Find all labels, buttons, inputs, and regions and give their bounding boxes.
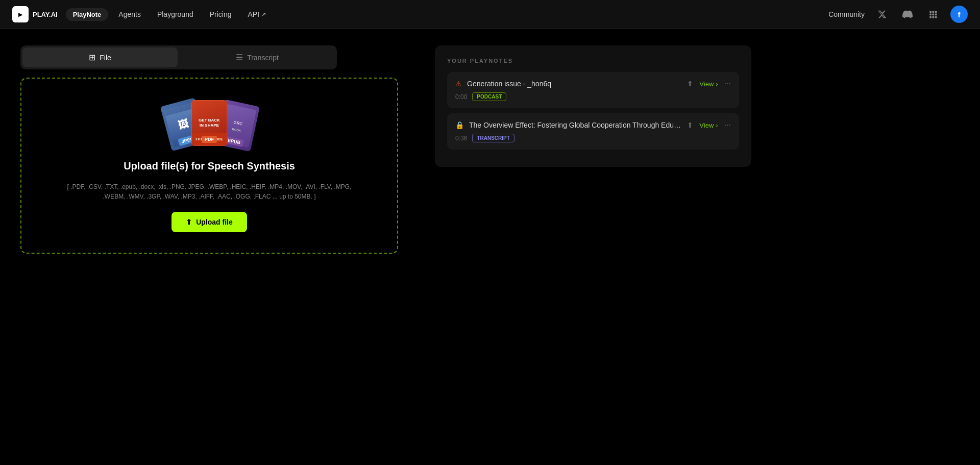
view-button-2[interactable]: View › xyxy=(699,121,718,129)
svg-rect-2 xyxy=(935,11,937,13)
playnote-item-1-top: ⚠ Generation issue - _hon6q ⬆ View › ··· xyxy=(455,79,731,88)
playnote-item-2-top: 🔒 The Overview Effect: Fostering Global … xyxy=(455,120,731,130)
api-external-icon: ↗ xyxy=(261,11,266,18)
main-content: ⊞ File ☰ Transcript 🖼 JPEG xyxy=(0,29,980,465)
nav-right: Community f xyxy=(828,6,968,23)
svg-rect-1 xyxy=(933,11,935,13)
svg-rect-4 xyxy=(933,14,935,16)
podcast-badge-1: PODCAST xyxy=(472,92,506,101)
playnotes-section-title: YOUR PLAYNOTES xyxy=(447,58,739,64)
file-icon: ⊞ xyxy=(89,53,95,62)
more-menu-button-1[interactable]: ··· xyxy=(724,79,731,88)
community-link[interactable]: Community xyxy=(828,10,865,18)
playnote-item-2-actions: ⬆ View › ··· xyxy=(687,120,731,130)
more-menu-button-2[interactable]: ··· xyxy=(724,120,731,130)
logo-area: ▶ PLAY.AI xyxy=(12,6,58,22)
svg-rect-8 xyxy=(935,16,937,18)
svg-rect-0 xyxy=(929,11,932,13)
upload-file-button[interactable]: ⬆ Upload file xyxy=(172,212,247,232)
playnote-item-1-bottom: 0:00 PODCAST xyxy=(455,92,731,101)
svg-rect-6 xyxy=(929,16,932,18)
chevron-right-icon: › xyxy=(716,80,718,88)
tab-file[interactable]: ⊞ File xyxy=(22,47,178,67)
discord-icon[interactable] xyxy=(899,6,916,22)
nav-pricing[interactable]: Pricing xyxy=(204,8,238,21)
left-panel: ⊞ File ☰ Transcript 🖼 JPEG xyxy=(0,29,419,465)
file-illustrations: 🖼 JPEG GET BACKIN SHAPE FITNESS GUIDE PD… xyxy=(156,99,263,150)
chevron-right-icon-2: › xyxy=(716,121,718,129)
nav-playground[interactable]: Playground xyxy=(151,8,200,21)
tab-row: ⊞ File ☰ Transcript xyxy=(20,45,337,69)
playnote-item-2: 🔒 The Overview Effect: Fostering Global … xyxy=(447,113,739,150)
x-twitter-icon[interactable] xyxy=(874,6,890,22)
ok-status-icon: 🔒 xyxy=(455,121,464,129)
svg-rect-3 xyxy=(929,14,932,16)
grid-icon[interactable] xyxy=(925,6,941,22)
pdf-file-card: GET BACKIN SHAPE FITNESS GUIDE PDF xyxy=(191,100,227,146)
playnote-item-2-time: 0:36 xyxy=(455,135,467,142)
error-status-icon: ⚠ xyxy=(455,80,462,88)
navbar: ▶ PLAY.AI PlayNote Agents Playground Pri… xyxy=(0,0,980,29)
playnote-item-1: ⚠ Generation issue - _hon6q ⬆ View › ···… xyxy=(447,72,739,108)
nav-api[interactable]: API ↗ xyxy=(242,8,273,21)
share-icon-2[interactable]: ⬆ xyxy=(687,121,693,129)
right-panel: YOUR PLAYNOTES ⚠ Generation issue - _hon… xyxy=(419,29,980,465)
playnote-item-1-actions: ⬆ View › ··· xyxy=(687,79,731,88)
playnote-item-2-title: The Overview Effect: Fostering Global Co… xyxy=(469,121,682,129)
logo-icon: ▶ xyxy=(12,6,29,22)
transcript-icon: ☰ xyxy=(236,53,243,62)
pdf-badge: PDF xyxy=(202,136,217,143)
user-avatar[interactable]: f xyxy=(950,6,968,23)
playnotes-section: YOUR PLAYNOTES ⚠ Generation issue - _hon… xyxy=(435,45,751,167)
playnote-item-1-title: Generation issue - _hon6q xyxy=(467,80,682,88)
logo-text: PLAY.AI xyxy=(33,11,58,18)
playnote-item-1-time: 0:00 xyxy=(455,93,467,101)
svg-rect-7 xyxy=(933,16,935,18)
share-icon-1[interactable]: ⬆ xyxy=(687,80,693,88)
playnote-pill[interactable]: PlayNote xyxy=(66,8,109,21)
transcript-badge-2: TRANSCRIPT xyxy=(472,134,514,142)
upload-title: Upload file(s) for Speech Synthesis xyxy=(124,160,295,172)
upload-icon: ⬆ xyxy=(186,218,192,226)
nav-agents[interactable]: Agents xyxy=(112,8,147,21)
view-button-1[interactable]: View › xyxy=(699,80,718,88)
upload-formats: [ .PDF, .CSV, .TXT, .epub, .docx, .xls, … xyxy=(56,182,362,202)
svg-rect-5 xyxy=(935,14,937,16)
playnote-item-2-bottom: 0:36 TRANSCRIPT xyxy=(455,134,731,142)
upload-zone: 🖼 JPEG GET BACKIN SHAPE FITNESS GUIDE PD… xyxy=(20,78,398,254)
tab-transcript[interactable]: ☰ Transcript xyxy=(180,47,335,67)
